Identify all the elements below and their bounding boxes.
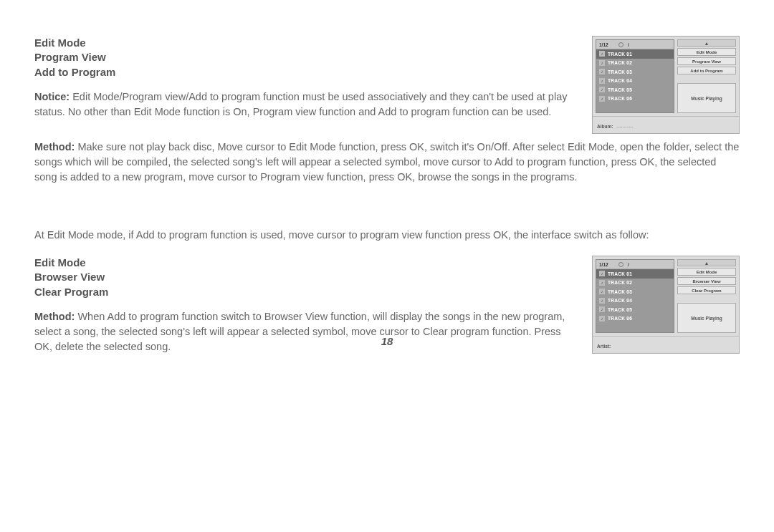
track-counter: 1/12	[599, 262, 608, 267]
transition-paragraph: At Edit Mode mode, if Add to program fun…	[34, 228, 740, 243]
menu-label: Clear Program	[692, 289, 721, 293]
track-label: TRACK 03	[608, 289, 632, 294]
track-row[interactable]: TRACK 05	[596, 305, 674, 314]
note-icon	[599, 78, 605, 84]
notice-body: Edit Mode/Program view/Add to program fu…	[34, 91, 567, 117]
status-box: Music Playing	[677, 303, 736, 333]
method-body: Make sure not play back disc, Move curso…	[34, 141, 739, 183]
track-label: TRACK 02	[608, 280, 632, 285]
track-row[interactable]: TRACK 02	[596, 279, 674, 288]
track-row[interactable]: TRACK 01	[596, 269, 674, 279]
status-label: Music Playing	[691, 96, 722, 101]
method-label: Method:	[34, 141, 75, 153]
section1-title: Edit Mode Program View Add to Program	[34, 36, 572, 79]
track-list: 1/12 i TRACK 01 TRACK 02 TRACK 03 TRACK …	[596, 39, 674, 113]
note-icon	[599, 96, 605, 102]
menu-item-edit-mode[interactable]: Edit Mode	[677, 48, 736, 56]
track-row[interactable]: TRACK 06	[596, 95, 674, 104]
title-line: Program View	[34, 50, 572, 64]
notice-paragraph: Notice: Edit Mode/Program view/Add to pr…	[34, 90, 572, 120]
menu-label: Edit Mode	[697, 50, 717, 54]
disc-icon	[618, 262, 624, 267]
title-line: Add to Program	[34, 65, 572, 79]
track-list: 1/12 i TRACK 01 TRACK 02 TRACK 03 TRACK …	[596, 259, 674, 333]
note-icon	[599, 306, 605, 312]
side-menu: Edit Mode Program View Add to Program Mu…	[677, 39, 736, 113]
note-icon	[599, 280, 605, 286]
side-menu: Edit Mode Browser View Clear Program Mus…	[677, 259, 736, 333]
menu-item-edit-mode[interactable]: Edit Mode	[677, 268, 736, 276]
note-icon	[599, 60, 605, 66]
status-box: Music Playing	[677, 83, 736, 113]
footer-value: -----------	[616, 124, 634, 129]
track-row[interactable]: TRACK 05	[596, 85, 674, 95]
track-label: TRACK 04	[608, 78, 632, 83]
up-arrow-icon[interactable]	[677, 259, 736, 266]
track-label: TRACK 04	[608, 298, 632, 303]
notice-label: Notice:	[34, 91, 70, 102]
title-line: Clear Program	[34, 285, 572, 299]
track-row[interactable]: TRACK 06	[596, 314, 674, 324]
title-line: Edit Mode	[34, 36, 572, 50]
track-counter: 1/12	[599, 42, 608, 47]
method-label: Method:	[34, 311, 75, 322]
track-list-header: 1/12 i	[596, 260, 674, 269]
menu-label: Add to Program	[690, 69, 722, 73]
track-row[interactable]: TRACK 03	[596, 67, 674, 77]
track-label: TRACK 01	[608, 271, 632, 276]
track-label: TRACK 06	[608, 96, 632, 101]
title-line: Edit Mode	[34, 256, 572, 270]
note-icon	[599, 69, 605, 74]
track-label: TRACK 06	[608, 316, 632, 321]
menu-item-clear-program[interactable]: Clear Program	[677, 286, 736, 294]
info-icon: i	[628, 262, 629, 267]
title-line: Browser View	[34, 270, 572, 284]
menu-item-add-to-program[interactable]: Add to Program	[677, 67, 736, 74]
ui-panel-program: 1/12 i TRACK 01 TRACK 02 TRACK 03 TRACK …	[592, 36, 740, 134]
section2-title: Edit Mode Browser View Clear Program	[34, 256, 572, 299]
disc-icon	[618, 42, 624, 47]
info-icon: i	[628, 42, 629, 47]
status-label: Music Playing	[691, 316, 722, 321]
menu-item-browser-view[interactable]: Browser View	[677, 277, 736, 285]
note-icon	[599, 298, 605, 304]
method-paragraph-2: Method: When Add to program function swi…	[34, 309, 572, 354]
track-label: TRACK 03	[608, 69, 632, 74]
note-icon	[599, 289, 605, 294]
track-row[interactable]: TRACK 02	[596, 59, 674, 68]
track-row[interactable]: TRACK 04	[596, 296, 674, 306]
track-label: TRACK 05	[608, 307, 632, 312]
track-label: TRACK 01	[608, 52, 632, 57]
page-number: 18	[0, 335, 774, 347]
track-label: TRACK 05	[608, 87, 632, 92]
note-icon	[599, 87, 605, 92]
method-paragraph-1: Method: Make sure not play back disc, Mo…	[34, 140, 740, 185]
menu-label: Program View	[692, 59, 721, 64]
track-label: TRACK 02	[608, 60, 632, 65]
up-arrow-icon[interactable]	[677, 39, 736, 47]
note-icon	[599, 316, 605, 321]
note-icon	[599, 271, 605, 276]
track-list-header: 1/12 i	[596, 40, 674, 49]
panel-footer: Album: -----------	[593, 116, 739, 133]
footer-label: Album:	[597, 124, 613, 129]
menu-label: Edit Mode	[697, 270, 717, 274]
track-row[interactable]: TRACK 04	[596, 77, 674, 86]
track-row[interactable]: TRACK 03	[596, 287, 674, 296]
track-row[interactable]: TRACK 01	[596, 49, 674, 59]
menu-label: Browser View	[692, 279, 720, 284]
note-icon	[599, 51, 605, 57]
menu-item-program-view[interactable]: Program View	[677, 57, 736, 65]
